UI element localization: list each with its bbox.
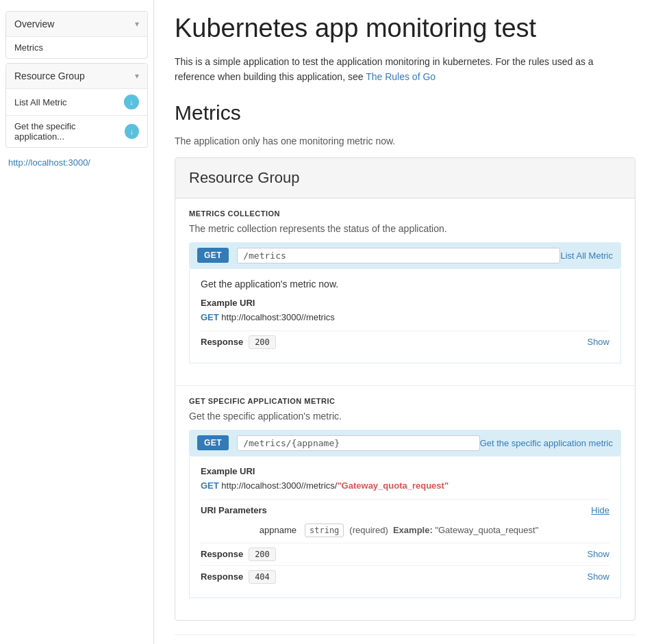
collection2-desc: Get the specific application's metric. bbox=[189, 411, 621, 422]
collection-desc: The metric collection represents the sta… bbox=[189, 223, 621, 234]
get-specific-badge: ↓ bbox=[125, 124, 139, 139]
endpoint1-method-text: GET bbox=[201, 312, 219, 322]
endpoint1-response-row: Response 200 Show bbox=[201, 331, 609, 353]
param-desc: (required) Example: "Gateway_quota_reque… bbox=[349, 525, 538, 535]
list-all-metric-badge: ↓ bbox=[124, 94, 139, 110]
sidebar-section-resource-group: Resource Group ▾ List All Metric ↓ Get t… bbox=[5, 63, 148, 148]
endpoint1-method: GET bbox=[197, 248, 229, 263]
page-title: Kubernetes app monitoring test bbox=[175, 14, 635, 43]
main-content: Kubernetes app monitoring test This is a… bbox=[154, 0, 656, 644]
sidebar-resource-group-header[interactable]: Resource Group ▾ bbox=[6, 64, 147, 88]
endpoint2-response2-row: Response 404 Show bbox=[201, 565, 609, 588]
endpoint2-response2-code: 404 bbox=[249, 570, 276, 584]
endpoint1-row: GET /metrics List All Metric bbox=[189, 242, 621, 269]
param-name: appname bbox=[242, 525, 297, 535]
endpoint2-response1-code: 200 bbox=[249, 548, 276, 561]
endpoint2-response2-label: Response bbox=[201, 571, 243, 582]
get-specific-collection-section: GET SPECIFIC APPLICATION METRIC Get the … bbox=[175, 386, 635, 620]
endpoint1-response-left: Response 200 bbox=[201, 335, 276, 349]
endpoint1-response-code: 200 bbox=[249, 335, 276, 349]
endpoint1-description: Get the application's metric now. bbox=[201, 279, 609, 289]
endpoint2-url-base: http://localhost:3000//metrics/ bbox=[221, 480, 337, 491]
endpoint1-path: /metrics bbox=[237, 248, 560, 263]
collection-label: METRICS COLLECTION bbox=[189, 209, 621, 218]
endpoint2-response1-row: Response 200 Show bbox=[201, 543, 609, 565]
sidebar-overview-header[interactable]: Overview ▾ bbox=[6, 12, 147, 36]
endpoint2-path: /metrics/{appname} bbox=[237, 435, 479, 451]
sidebar-item-get-specific[interactable]: Get the specific application... ↓ bbox=[6, 115, 147, 147]
endpoint2-row: GET /metrics/{appname} Get the specific … bbox=[189, 430, 621, 456]
endpoint2-example-label: Example URI bbox=[201, 466, 609, 476]
metrics-label: Metrics bbox=[14, 42, 43, 53]
metrics-subtitle: The application only has one monitoring … bbox=[175, 136, 635, 146]
param-required: (required) bbox=[349, 525, 388, 535]
list-all-metric-label: List All Metric bbox=[14, 97, 67, 107]
param-row: appname string (required) Example: "Gate… bbox=[201, 518, 609, 543]
endpoint2-url-highlight: "Gateway_quota_request" bbox=[337, 480, 449, 491]
endpoint2-detail: Example URI GET http://localhost:3000//m… bbox=[189, 456, 621, 598]
intro-text: This is a simple application to test the… bbox=[175, 54, 635, 85]
chevron-down-icon: ▾ bbox=[135, 71, 139, 81]
param-type: string bbox=[305, 524, 344, 537]
sidebar-section-overview: Overview ▾ Metrics bbox=[5, 11, 148, 59]
overview-label: Overview bbox=[14, 18, 54, 29]
uri-params-hide-button[interactable]: Hide bbox=[591, 505, 609, 515]
endpoint1-example-label: Example URI bbox=[201, 298, 609, 308]
resource-group-title: Resource Group bbox=[175, 158, 635, 198]
endpoint2-response1-left: Response 200 bbox=[201, 548, 276, 561]
localhost-link[interactable]: http://localhost:3000/ bbox=[0, 152, 153, 173]
endpoint2-show1-button[interactable]: Show bbox=[587, 549, 609, 559]
resource-group-label: Resource Group bbox=[14, 70, 85, 81]
sidebar-item-metrics[interactable]: Metrics bbox=[6, 36, 147, 58]
endpoint2-response2-left: Response 404 bbox=[201, 570, 276, 584]
uri-params-row: URI Parameters Hide bbox=[201, 499, 609, 518]
footer: Generated by aglio on 18 Jul 2017 bbox=[175, 634, 635, 644]
chevron-down-icon: ▾ bbox=[135, 19, 139, 29]
param-example-value: "Gateway_quota_request" bbox=[435, 525, 538, 535]
endpoint1-response-label: Response bbox=[201, 337, 243, 347]
collection2-label: GET SPECIFIC APPLICATION METRIC bbox=[189, 397, 621, 405]
endpoint1-url: http://localhost:3000//metrics bbox=[221, 312, 334, 322]
endpoint2-link[interactable]: Get the specific application metric bbox=[480, 438, 613, 448]
sidebar-item-list-all-metric[interactable]: List All Metric ↓ bbox=[6, 88, 147, 115]
param-example-label: Example: bbox=[393, 525, 433, 535]
endpoint2-example-value: GET http://localhost:3000//metrics/"Gate… bbox=[201, 480, 609, 491]
metrics-collection-section: METRICS COLLECTION The metric collection… bbox=[175, 198, 635, 386]
endpoint2-method-text: GET bbox=[201, 480, 219, 491]
resource-group-card: Resource Group METRICS COLLECTION The me… bbox=[175, 157, 635, 621]
endpoint1-link[interactable]: List All Metric bbox=[560, 250, 613, 261]
uri-params-label: URI Parameters bbox=[201, 505, 267, 515]
endpoint1-detail: Get the application's metric now. Exampl… bbox=[189, 269, 621, 363]
get-specific-label: Get the specific application... bbox=[14, 121, 125, 142]
endpoint2-method: GET bbox=[197, 435, 229, 450]
sidebar: Overview ▾ Metrics Resource Group ▾ List… bbox=[0, 0, 154, 644]
endpoint1-show-button[interactable]: Show bbox=[587, 337, 609, 347]
endpoint2-response1-label: Response bbox=[201, 549, 243, 559]
rules-of-go-link[interactable]: The Rules of Go bbox=[366, 71, 436, 82]
metrics-section-title: Metrics bbox=[175, 101, 635, 125]
endpoint1-example-value: GET http://localhost:3000//metrics bbox=[201, 312, 609, 322]
endpoint2-show2-button[interactable]: Show bbox=[587, 571, 609, 582]
